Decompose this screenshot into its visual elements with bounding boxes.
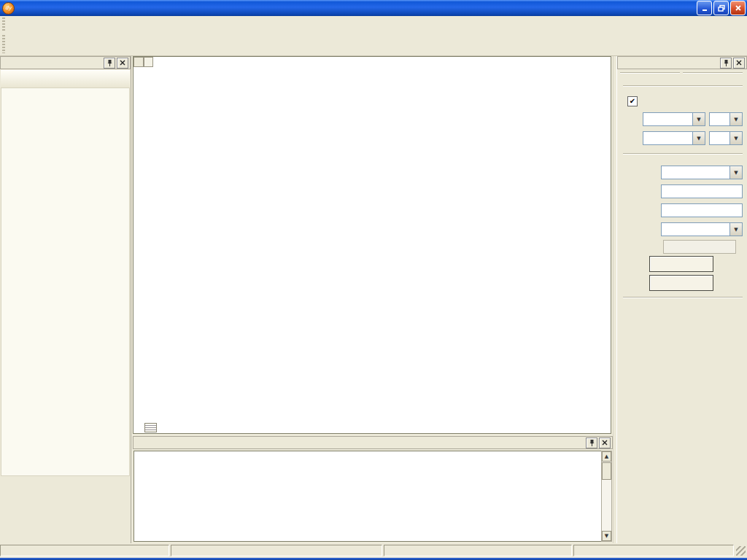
query-type-combo[interactable]: ▼	[661, 222, 743, 236]
close-button[interactable]	[730, 1, 746, 15]
minimize-button[interactable]	[697, 1, 712, 15]
table-scrollbar[interactable]: ▲ ▼	[601, 451, 612, 542]
application-window: dy	[0, 0, 747, 560]
time-group-legend	[620, 85, 743, 86]
pin-icon[interactable]	[720, 58, 732, 69]
rainfall-table	[133, 451, 602, 542]
title-bar: dy	[0, 0, 747, 16]
close-icon[interactable]	[117, 58, 128, 69]
toolbar	[0, 33, 747, 56]
station-id-input[interactable]	[661, 184, 743, 198]
chevron-down-icon[interactable]: ▼	[729, 223, 742, 236]
app-logo-icon: dy	[2, 2, 15, 15]
status-bar	[0, 543, 747, 558]
left-dock-panel	[0, 56, 131, 543]
chevron-down-icon[interactable]: ▼	[692, 132, 705, 144]
clear-display-button[interactable]	[649, 275, 713, 291]
status-app-name	[171, 545, 382, 556]
resize-grip[interactable]	[736, 546, 746, 556]
chevron-down-icon[interactable]: ▼	[729, 132, 742, 144]
scroll-up-icon[interactable]: ▲	[602, 451, 611, 462]
sidebar-tools	[1, 88, 130, 476]
query-value-input[interactable]	[663, 240, 736, 254]
chevron-down-icon[interactable]: ▼	[729, 166, 742, 179]
map-view	[133, 56, 611, 434]
bottom-panel-header	[133, 436, 613, 449]
sidebar-group-warning-analysis[interactable]	[1, 70, 130, 89]
pin-icon[interactable]	[104, 58, 115, 69]
scroll-down-icon[interactable]: ▼	[602, 531, 611, 541]
right-panel-header	[617, 56, 747, 69]
chevron-down-icon[interactable]: ▼	[729, 113, 742, 125]
toolbar-grip[interactable]	[2, 35, 5, 53]
rain-analysis-group-label	[620, 72, 743, 73]
ruler-left	[133, 67, 144, 434]
scroll-thumb[interactable]	[602, 462, 611, 480]
ruler-corner	[133, 57, 144, 67]
station-name-input[interactable]	[661, 203, 743, 217]
chevron-down-icon[interactable]: ▼	[692, 113, 705, 125]
ruler-top	[144, 57, 612, 67]
time-range-checkbox[interactable]: ✔	[627, 96, 638, 106]
map-canvas[interactable]	[144, 67, 611, 433]
status-scale	[573, 545, 734, 556]
bottom-dock-panel: ▲ ▼	[133, 436, 613, 543]
start-date-combo[interactable]: ▼	[643, 112, 705, 126]
start-hour-combo[interactable]: ▼	[709, 112, 743, 126]
right-dock-panel: ✔ ▼ ▼ ▼ ▼ ▼	[616, 56, 747, 543]
restore-button[interactable]	[713, 1, 729, 15]
menu-bar	[0, 16, 747, 34]
pin-icon[interactable]	[586, 438, 597, 448]
map-hscroll-handle[interactable]	[144, 423, 157, 432]
menubar-grip[interactable]	[2, 18, 5, 31]
contour-group-legend	[620, 297, 743, 298]
status-ready	[0, 545, 169, 556]
close-icon[interactable]	[599, 438, 611, 448]
close-icon[interactable]	[733, 58, 745, 69]
show-display-button[interactable]	[649, 256, 713, 272]
left-panel-header	[0, 56, 131, 69]
end-hour-combo[interactable]: ▼	[709, 131, 743, 145]
value-query-group-legend	[620, 153, 743, 154]
dish-icon	[5, 73, 18, 87]
end-date-combo[interactable]: ▼	[643, 131, 705, 145]
basin-combo[interactable]: ▼	[661, 166, 743, 179]
status-coordinates	[384, 545, 572, 556]
